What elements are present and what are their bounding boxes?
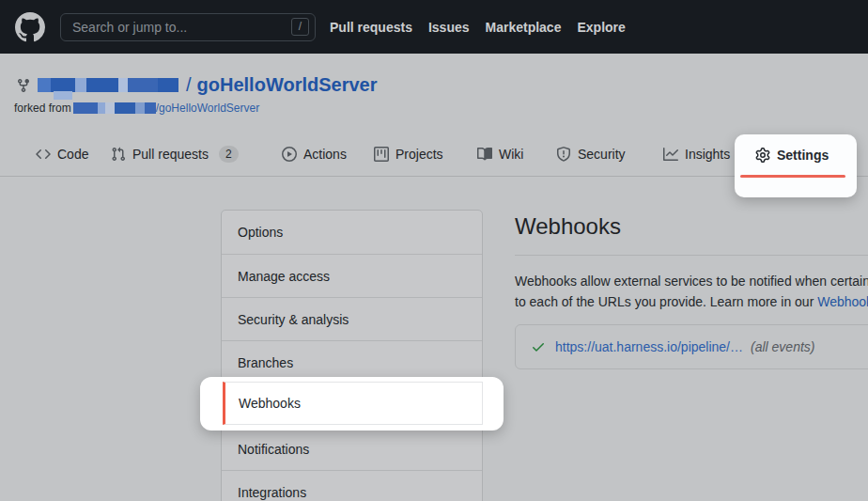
tab-projects[interactable]: Projects [374,132,443,177]
sidebar-item-manage-access[interactable]: Manage access [222,254,482,297]
sidebar-item-webhooks[interactable]: Webhooks [223,382,483,425]
tab-security[interactable]: Security [556,132,626,177]
selected-tab-underline [740,175,845,178]
title-divider [515,255,868,256]
redacted-owner-name [38,78,178,92]
code-icon [36,147,51,162]
repo-forked-icon [16,78,31,93]
sidebar-item-options[interactable]: Options [222,211,482,254]
gear-icon [755,148,770,163]
graph-icon [663,147,678,162]
shield-icon [556,147,571,162]
github-logo-icon[interactable] [15,12,45,42]
project-icon [374,147,389,162]
tab-pull-requests[interactable]: Pull requests 2 [111,132,239,177]
repo-name-link[interactable]: goHelloWorldServer [197,74,378,96]
description-line-2: to each of the URLs you provide. Learn m… [515,291,868,312]
webhooks-panel: Webhooks Webhooks allow external service… [515,203,868,369]
sidebar-item-integrations[interactable]: Integrations [222,470,482,501]
check-icon [531,339,546,354]
top-header: / Pull requests Issues Marketplace Explo… [0,0,868,54]
repo-breadcrumb: / goHelloWorldServer [16,74,377,96]
redacted-fork-owner-name [73,102,156,114]
settings-sidebar: Options Manage access Security & analysi… [221,210,483,501]
nav-marketplace[interactable]: Marketplace [486,20,562,35]
git-pull-request-icon [111,147,126,162]
search-box: / [60,13,316,41]
sidebar-item-notifications[interactable]: Notifications [222,427,482,470]
slash-shortcut-key: / [291,18,309,36]
nav-pull-requests[interactable]: Pull requests [330,20,412,35]
search-input[interactable] [60,13,316,41]
page-title: Webhooks [515,212,868,241]
description-line-1: Webhooks allow external services to be n… [515,271,868,291]
top-nav: Pull requests Issues Marketplace Explore [330,20,626,35]
play-icon [282,147,297,162]
tab-insights[interactable]: Insights [663,132,730,177]
repo-header: / goHelloWorldServer forked from /goHell… [0,54,868,132]
forked-repo-link[interactable]: /goHelloWorldServer [156,102,260,115]
nav-explore[interactable]: Explore [577,20,625,35]
redacted-pixel-block [54,91,72,100]
breadcrumb-separator: / [186,74,192,96]
spotlight-webhooks-item: Webhooks [200,377,504,431]
webhooks-description: Webhooks allow external services to be n… [515,271,868,312]
github-settings-page: / Pull requests Issues Marketplace Explo… [0,0,868,501]
spotlight-settings-tab: Settings [735,134,857,197]
tab-settings[interactable]: Settings [755,148,829,163]
book-icon [477,147,492,162]
tab-actions[interactable]: Actions [282,132,347,177]
sidebar-item-security-analysis[interactable]: Security & analysis [222,297,482,340]
tab-wiki[interactable]: Wiki [477,132,523,177]
forked-from-label: forked from [14,102,71,115]
nav-issues[interactable]: Issues [428,20,470,35]
tab-code[interactable]: Code [36,132,88,177]
pull-requests-count-badge: 2 [219,146,239,163]
webhooks-guide-link[interactable]: Webhooks Guide [817,294,868,309]
forked-from-line: forked from /goHelloWorldServer [14,102,259,115]
webhook-events-scope: (all events) [751,339,814,354]
webhook-url-link[interactable]: https://uat.harness.io/pipeline/… [555,339,743,354]
webhook-list-item: https://uat.harness.io/pipeline/… (all e… [515,324,868,369]
